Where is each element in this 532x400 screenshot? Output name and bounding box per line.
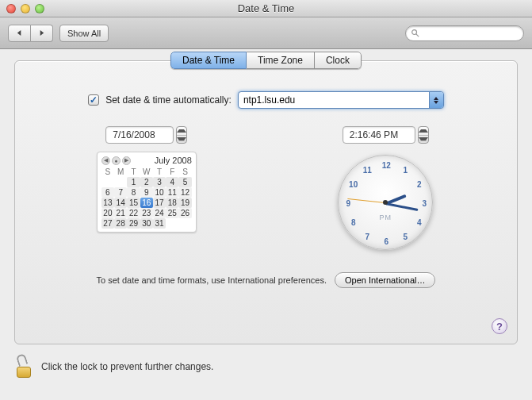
calendar-day[interactable]: 22 <box>127 208 140 218</box>
clock-number: 6 <box>384 237 388 246</box>
date-stepper[interactable] <box>176 126 187 144</box>
calendar-day[interactable]: 25 <box>166 208 178 218</box>
window-titlebar: Date & Time <box>0 0 532 17</box>
calendar-day[interactable]: 20 <box>101 208 114 218</box>
clock-number: 11 <box>363 166 372 175</box>
calendar-day[interactable]: 23 <box>140 208 153 218</box>
second-hand <box>347 198 385 203</box>
clock-number: 9 <box>346 199 350 208</box>
calendar-day[interactable]: 16 <box>140 198 153 208</box>
open-international-button[interactable]: Open International… <box>335 272 436 288</box>
calendar-day[interactable]: 1 <box>127 177 140 187</box>
calendar-day[interactable]: 9 <box>140 187 153 198</box>
clock-ampm-label: PM <box>380 213 392 221</box>
calendar-month-label: July 2008 <box>155 156 192 165</box>
tab-bar: Date & Time Time Zone Clock <box>15 52 517 69</box>
calendar-day[interactable]: 17 <box>153 198 166 208</box>
show-all-button[interactable]: Show All <box>59 25 109 42</box>
date-column: 7/16/2008 ◀ ● ▶ July 2008 SMTWTFS12 <box>39 126 255 250</box>
clock-number: 5 <box>403 232 408 240</box>
calendar-day[interactable]: 3 <box>153 177 166 187</box>
calendar-day[interactable]: 28 <box>114 218 127 229</box>
time-stepper[interactable] <box>418 126 429 144</box>
help-button[interactable]: ? <box>492 318 507 334</box>
calendar-dow: S <box>101 167 114 177</box>
calendar-dow: T <box>127 167 140 177</box>
tab-time-zone[interactable]: Time Zone <box>247 52 315 69</box>
tab-date-time[interactable]: Date & Time <box>170 52 247 69</box>
calendar-dow: T <box>153 167 166 177</box>
calendar-day[interactable]: 19 <box>178 198 191 208</box>
calendar-day[interactable]: 27 <box>101 218 114 229</box>
clock-number: 7 <box>365 232 369 240</box>
calendar-day[interactable]: 6 <box>101 187 114 198</box>
minute-hand <box>385 202 419 211</box>
clock-number: 10 <box>349 180 358 189</box>
calendar-day[interactable]: 15 <box>127 198 140 208</box>
calendar-dow: F <box>166 167 178 177</box>
lock-hint-text: Click the lock to prevent further change… <box>41 361 213 372</box>
calendar-nav[interactable]: ◀ ● ▶ <box>101 156 131 165</box>
international-hint-text: To set date and time formats, use Intern… <box>97 275 327 285</box>
calendar[interactable]: ◀ ● ▶ July 2008 SMTWTFS12345678910111213… <box>97 152 197 233</box>
calendar-day[interactable]: 13 <box>101 198 114 208</box>
calendar-day[interactable]: 18 <box>166 198 178 208</box>
calendar-day[interactable]: 30 <box>140 218 153 229</box>
svg-line-1 <box>416 34 419 37</box>
time-server-combo[interactable]: ntp1.lsu.edu <box>238 91 444 109</box>
cal-prev-icon[interactable]: ◀ <box>101 156 110 165</box>
calendar-day[interactable]: 5 <box>178 177 191 187</box>
calendar-day <box>166 218 178 229</box>
cal-today-icon[interactable]: ● <box>112 156 121 165</box>
calendar-day[interactable]: 31 <box>153 218 166 229</box>
calendar-day[interactable]: 11 <box>166 187 178 198</box>
toolbar: Show All <box>0 17 532 49</box>
clock-number: 12 <box>382 161 391 170</box>
clock-number: 4 <box>417 218 422 227</box>
forward-button[interactable] <box>31 25 53 42</box>
calendar-day[interactable]: 29 <box>127 218 140 229</box>
clock-number: 2 <box>417 180 422 189</box>
lock-icon[interactable] <box>14 356 33 378</box>
calendar-dow: W <box>140 167 153 177</box>
calendar-dow: M <box>114 167 127 177</box>
preferences-panel: Date & Time Time Zone Clock ✓ Set date &… <box>14 60 518 344</box>
calendar-dow: S <box>178 167 191 177</box>
clock-number: 8 <box>351 218 356 227</box>
calendar-day[interactable]: 10 <box>153 187 166 198</box>
analog-clock[interactable]: PM 121234567891011 <box>338 155 433 250</box>
window-title: Date & Time <box>0 2 532 14</box>
calendar-day[interactable]: 24 <box>153 208 166 218</box>
clock-number: 1 <box>403 166 408 175</box>
calendar-day[interactable]: 8 <box>127 187 140 198</box>
time-column: 2:16:46 PM PM 121234567891011 <box>278 126 494 250</box>
search-icon <box>411 29 419 37</box>
back-button[interactable] <box>8 25 31 42</box>
auto-time-label: Set date & time automatically: <box>105 94 232 106</box>
calendar-day[interactable]: 7 <box>114 187 127 198</box>
calendar-day[interactable]: 26 <box>178 208 191 218</box>
date-input[interactable]: 7/16/2008 <box>105 126 174 144</box>
calendar-day <box>178 218 191 229</box>
calendar-day[interactable]: 21 <box>114 208 127 218</box>
calendar-day[interactable]: 14 <box>114 198 127 208</box>
auto-time-checkbox[interactable]: ✓ <box>88 94 99 106</box>
calendar-day <box>101 177 114 187</box>
tab-clock[interactable]: Clock <box>315 52 362 69</box>
time-server-value: ntp1.lsu.edu <box>243 94 295 106</box>
calendar-day[interactable]: 12 <box>178 187 191 198</box>
time-input[interactable]: 2:16:46 PM <box>343 126 415 144</box>
svg-point-0 <box>412 30 417 35</box>
calendar-day <box>114 177 127 187</box>
cal-next-icon[interactable]: ▶ <box>122 156 131 165</box>
search-field[interactable] <box>405 25 524 41</box>
clock-center-icon <box>383 200 388 205</box>
clock-number: 3 <box>422 199 427 208</box>
calendar-day[interactable]: 2 <box>140 177 153 187</box>
nav-segment <box>8 25 53 42</box>
calendar-day[interactable]: 4 <box>166 177 178 187</box>
combo-stepper-icon[interactable] <box>429 92 443 108</box>
